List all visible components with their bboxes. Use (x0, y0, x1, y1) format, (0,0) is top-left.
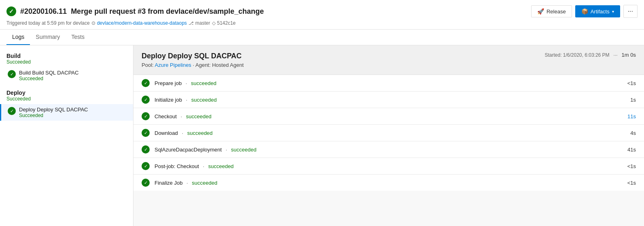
github-icon: ⊙ (91, 20, 95, 26)
job-total-duration: 1m 0s (622, 52, 636, 58)
triggered-text: Triggered today at 5:59 pm for devlace (6, 20, 90, 26)
step-name-sql-azure: SqlAzureDacpacDeployment (155, 147, 222, 153)
build-section-title: Build (6, 53, 127, 59)
release-label: Release (547, 9, 566, 15)
steps-list: ✓ Prepare job · succeeded <1s ✓ Initiali… (133, 75, 644, 191)
step-name-initialize: Initialize job (155, 97, 182, 103)
tab-tests[interactable]: Tests (66, 30, 90, 45)
build-number: #20200106.11 (20, 7, 67, 16)
step-status-checkout: succeeded (186, 113, 212, 119)
step-success-icon: ✓ (142, 179, 150, 187)
job-success-icon: ✓ (8, 70, 16, 78)
step-name-post-checkout: Post-job: Checkout (155, 163, 199, 169)
step-status-post-checkout: succeeded (208, 163, 234, 169)
step-finalize-job[interactable]: ✓ Finalize Job · succeeded <1s (133, 175, 644, 191)
deploy-job-success-icon: ✓ (8, 107, 16, 115)
rocket-icon: 🚀 (537, 8, 544, 15)
agent-name: Hosted Agent (212, 62, 244, 68)
deploy-section-status: Succeeded (6, 96, 127, 102)
step-name-prepare: Prepare job (155, 80, 182, 86)
step-sql-azure-dacpac[interactable]: ✓ SqlAzureDacpacDeployment · succeeded 4… (133, 141, 644, 158)
job-name-deploy: Deploy Deploy SQL DACPAC (19, 107, 127, 113)
step-separator: · (186, 97, 188, 103)
pool-label: Pool: (142, 62, 154, 68)
job-header-more[interactable]: ··· (614, 52, 618, 58)
agent-label: Agent: (195, 62, 211, 68)
build-section-status: Succeeded (6, 59, 127, 65)
job-pool-info: Pool: Azure Pipelines · Agent: Hosted Ag… (142, 62, 244, 68)
step-prepare-job[interactable]: ✓ Prepare job · succeeded <1s (133, 75, 644, 92)
tab-summary[interactable]: Summary (30, 30, 66, 45)
step-duration-initialize: 1s (620, 97, 636, 103)
step-duration-checkout: 11s (620, 113, 636, 119)
step-status-sql-azure: succeeded (231, 147, 256, 153)
release-button[interactable]: 🚀 Release (531, 5, 572, 17)
job-header-title: Deploy Deploy SQL DACPAC (142, 52, 244, 60)
step-name-finalize: Finalize Job (155, 180, 182, 186)
header-actions: 🚀 Release 📦 Artifacts ▾ ··· (531, 5, 638, 18)
step-success-icon: ✓ (142, 129, 150, 137)
sidebar-section-deploy: Deploy Succeeded (0, 87, 133, 104)
page-header: ✓ #20200106.11Merge pull request #3 from… (0, 0, 644, 30)
more-options-button[interactable]: ··· (623, 5, 638, 18)
branch-icon: ⎇ (189, 21, 194, 26)
job-content: Deploy Deploy SQL DACPAC Pool: Azure Pip… (133, 45, 644, 226)
step-separator: · (203, 163, 204, 169)
step-success-icon: ✓ (142, 79, 150, 87)
main-layout: Build Succeeded ✓ Build Build SQL DACPAC… (0, 45, 644, 226)
deploy-section-title: Deploy (6, 90, 127, 96)
step-separator: · (186, 80, 187, 86)
build-title: ✓ #20200106.11Merge pull request #3 from… (6, 6, 264, 16)
commit-hash: 5142c1e (217, 20, 236, 26)
repo-link[interactable]: devlace/modern-data-warehouse-dataops (97, 20, 187, 26)
build-title-text: Merge pull request #3 from devlace/dev/s… (71, 7, 264, 16)
chevron-down-icon: ▾ (612, 9, 614, 14)
step-success-icon: ✓ (142, 112, 150, 120)
job-status-deploy: Succeeded (19, 113, 127, 118)
job-name-build: Build Build SQL DACPAC (19, 70, 127, 76)
sidebar-section-build: Build Succeeded (0, 50, 133, 67)
step-status-finalize: succeeded (192, 180, 217, 186)
step-separator: · (186, 180, 188, 186)
step-status-download: succeeded (187, 130, 213, 136)
artifacts-label: Artifacts (591, 9, 610, 15)
job-started-text: Started: 1/6/2020, 6:03:26 PM (544, 52, 609, 58)
artifacts-icon: 📦 (581, 8, 588, 15)
step-separator: · (226, 147, 227, 153)
diamond-separator: ◇ (212, 20, 216, 26)
step-success-icon: ✓ (142, 145, 150, 154)
step-duration-post-checkout: <1s (620, 163, 636, 169)
step-duration-sql-azure: 41s (620, 147, 636, 153)
tab-logs[interactable]: Logs (6, 30, 30, 45)
step-name-checkout: Checkout (155, 113, 177, 119)
step-name-download: Download (155, 130, 178, 136)
pool-name-link[interactable]: Azure Pipelines (155, 62, 191, 68)
step-success-icon: ✓ (142, 162, 150, 170)
step-duration-finalize: <1s (620, 180, 636, 186)
build-success-icon: ✓ (6, 6, 16, 16)
artifacts-button[interactable]: 📦 Artifacts ▾ (575, 5, 620, 17)
step-success-icon: ✓ (142, 96, 150, 104)
sidebar-job-deploy-sql-dacpac[interactable]: ✓ Deploy Deploy SQL DACPAC Succeeded (0, 104, 133, 121)
step-status-prepare: succeeded (191, 80, 216, 86)
step-duration-prepare: <1s (620, 80, 636, 86)
job-status-build: Succeeded (19, 76, 127, 81)
step-status-initialize: succeeded (191, 97, 217, 103)
step-post-checkout[interactable]: ✓ Post-job: Checkout · succeeded <1s (133, 158, 644, 175)
step-download[interactable]: ✓ Download · succeeded 4s (133, 125, 644, 141)
sidebar-job-build-sql-dacpac[interactable]: ✓ Build Build SQL DACPAC Succeeded (0, 67, 133, 84)
job-header: Deploy Deploy SQL DACPAC Pool: Azure Pip… (133, 45, 644, 75)
step-separator: · (181, 113, 182, 119)
build-subtitle: Triggered today at 5:59 pm for devlace ⊙… (6, 20, 638, 26)
tab-bar: Logs Summary Tests (0, 30, 644, 45)
step-separator: · (182, 130, 183, 136)
step-initialize-job[interactable]: ✓ Initialize job · succeeded 1s (133, 92, 644, 108)
more-options-label: ··· (628, 8, 633, 15)
step-checkout[interactable]: ✓ Checkout · succeeded 11s (133, 108, 644, 125)
step-duration-download: 4s (620, 130, 636, 136)
branch-name: master (195, 20, 210, 26)
sidebar: Build Succeeded ✓ Build Build SQL DACPAC… (0, 45, 133, 226)
